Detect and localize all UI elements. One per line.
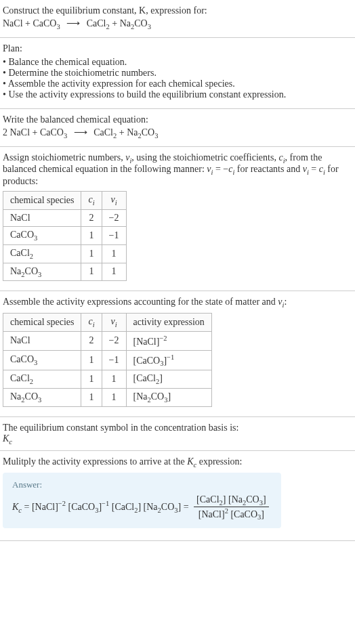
intro-text: Construct the equilibrium constant, K, e… bbox=[3, 5, 207, 16]
table-row: CaCl2 1 1 bbox=[3, 244, 127, 263]
col-expr: activity expression bbox=[126, 314, 211, 332]
vi-cell: 1 bbox=[102, 370, 126, 389]
plan-header: Plan: bbox=[3, 43, 352, 54]
activity-text: Assemble the activity expressions accoun… bbox=[3, 297, 352, 309]
vi-cell: 1 bbox=[102, 388, 126, 406]
table-header-row: chemical species ci νi activity expressi… bbox=[3, 314, 212, 332]
intro-line: Construct the equilibrium constant, K, e… bbox=[3, 5, 352, 16]
col-species: chemical species bbox=[3, 192, 81, 210]
multiply-text: Mulitply the activity expressions to arr… bbox=[3, 456, 352, 469]
ci-cell: 1 bbox=[81, 388, 102, 406]
expr-cell: [CaCO3]−1 bbox=[126, 350, 211, 370]
ci-cell: 1 bbox=[81, 350, 102, 370]
ci-cell: 2 bbox=[81, 209, 102, 226]
answer-label: Answer: bbox=[12, 479, 272, 490]
table-row: CaCO3 1 −1 [CaCO3]−1 bbox=[3, 350, 212, 370]
expr-cell: [CaCl2] bbox=[126, 370, 211, 389]
species-cell: NaCl bbox=[3, 331, 81, 350]
intro-section: Construct the equilibrium constant, K, e… bbox=[0, 0, 355, 38]
table-row: CaCl2 1 1 [CaCl2] bbox=[3, 370, 212, 389]
answer-box: Answer: Kc = [NaCl]−2 [CaCO3]−1 [CaCl2] … bbox=[3, 473, 281, 528]
expr-cell: [NaCl]−2 bbox=[126, 331, 211, 350]
table-row: CaCO3 1 −1 bbox=[3, 226, 127, 244]
table-header-row: chemical species ci νi bbox=[3, 192, 127, 210]
ci-cell: 2 bbox=[81, 331, 102, 350]
stoich-table: chemical species ci νi NaCl 2 −2 CaCO3 1… bbox=[3, 191, 127, 281]
vi-cell: 1 bbox=[102, 244, 126, 263]
species-cell: CaCO3 bbox=[3, 226, 81, 244]
multiply-section: Mulitply the activity expressions to arr… bbox=[0, 451, 355, 540]
vi-cell: −2 bbox=[102, 209, 126, 226]
kc-symbol-text: The equilibrium constant symbol in the c… bbox=[3, 423, 352, 433]
activity-section: Assemble the activity expressions accoun… bbox=[0, 291, 355, 416]
plan-section: Plan: Balance the chemical equation. Det… bbox=[0, 38, 355, 109]
answer-expression: Kc = [NaCl]−2 [CaCO3]−1 [CaCl2] [Na2CO3]… bbox=[12, 494, 272, 521]
col-ci: ci bbox=[81, 192, 102, 210]
table-row: Na2CO3 1 1 [Na2CO3] bbox=[3, 388, 212, 406]
table-row: NaCl 2 −2 [NaCl]−2 bbox=[3, 331, 212, 350]
unbalanced-equation: NaCl + CaCO3 ⟶ CaCl2 + Na2CO3 bbox=[3, 18, 352, 30]
col-ci: ci bbox=[81, 314, 102, 332]
plan-item: Assemble the activity expression for eac… bbox=[3, 79, 352, 89]
ci-cell: 1 bbox=[81, 370, 102, 389]
table-row: NaCl 2 −2 bbox=[3, 209, 127, 226]
vi-cell: 1 bbox=[102, 263, 126, 281]
vi-cell: −2 bbox=[102, 331, 126, 350]
ci-cell: 1 bbox=[81, 226, 102, 244]
plan-item: Determine the stoichiometric numbers. bbox=[3, 68, 352, 79]
vi-cell: −1 bbox=[102, 226, 126, 244]
species-cell: Na2CO3 bbox=[3, 388, 81, 406]
kc-symbol-section: The equilibrium constant symbol in the c… bbox=[0, 417, 355, 452]
col-vi: νi bbox=[102, 314, 126, 332]
activity-table: chemical species ci νi activity expressi… bbox=[3, 313, 212, 407]
species-cell: CaCl2 bbox=[3, 370, 81, 389]
ci-cell: 1 bbox=[81, 244, 102, 263]
kc-symbol: Kc bbox=[3, 433, 352, 446]
col-species: chemical species bbox=[3, 314, 81, 332]
balanced-header: Write the balanced chemical equation: bbox=[3, 114, 352, 125]
table-row: Na2CO3 1 1 bbox=[3, 263, 127, 281]
species-cell: Na2CO3 bbox=[3, 263, 81, 281]
balanced-section: Write the balanced chemical equation: 2 … bbox=[0, 109, 355, 147]
stoich-text: Assign stoichiometric numbers, νi, using… bbox=[3, 152, 352, 188]
ci-cell: 1 bbox=[81, 263, 102, 281]
balanced-equation: 2 NaCl + CaCO3 ⟶ CaCl2 + Na2CO3 bbox=[3, 127, 352, 139]
plan-item: Use the activity expressions to build th… bbox=[3, 89, 352, 100]
stoich-section: Assign stoichiometric numbers, νi, using… bbox=[0, 147, 355, 292]
vi-cell: −1 bbox=[102, 350, 126, 370]
species-cell: CaCO3 bbox=[3, 350, 81, 370]
plan-item: Balance the chemical equation. bbox=[3, 57, 352, 68]
plan-list: Balance the chemical equation. Determine… bbox=[3, 57, 352, 100]
species-cell: NaCl bbox=[3, 209, 81, 226]
expr-cell: [Na2CO3] bbox=[126, 388, 211, 406]
species-cell: CaCl2 bbox=[3, 244, 81, 263]
col-vi: νi bbox=[102, 192, 126, 210]
